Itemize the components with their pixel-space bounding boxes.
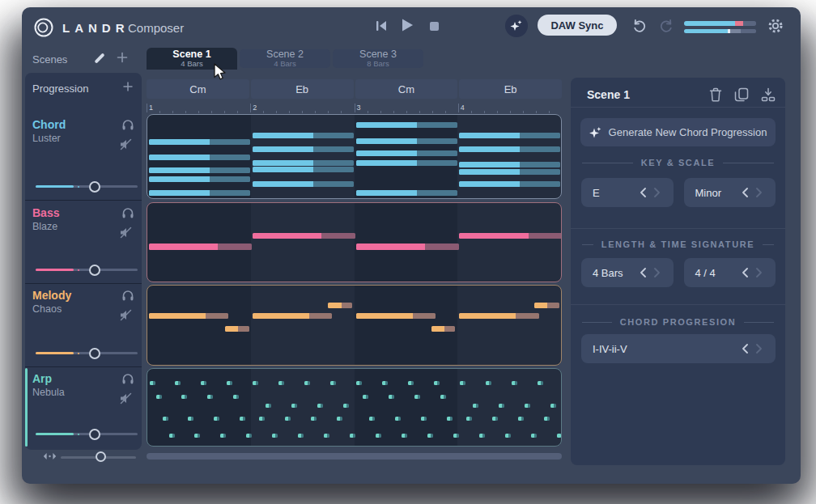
note[interactable] <box>382 381 388 385</box>
note[interactable] <box>253 381 258 385</box>
note[interactable] <box>201 381 206 385</box>
note[interactable] <box>499 404 504 408</box>
note[interactable] <box>479 434 485 438</box>
note[interactable] <box>376 434 381 438</box>
note[interactable] <box>459 169 560 175</box>
chevron-left-icon[interactable] <box>636 265 650 281</box>
mute-speaker-icon[interactable] <box>119 226 133 239</box>
track-header-bass[interactable]: Bass Blaze <box>25 202 142 282</box>
note[interactable] <box>253 233 355 239</box>
note[interactable] <box>459 313 539 319</box>
note[interactable] <box>240 417 245 421</box>
note[interactable] <box>363 395 368 399</box>
note[interactable] <box>266 404 271 408</box>
volume-knob[interactable] <box>89 265 100 276</box>
note[interactable] <box>486 381 491 385</box>
note[interactable] <box>194 434 200 438</box>
note[interactable] <box>285 417 291 421</box>
note[interactable] <box>550 404 556 408</box>
note[interactable] <box>350 434 355 438</box>
note[interactable] <box>220 434 226 438</box>
export-scene-icon[interactable] <box>761 87 776 102</box>
note[interactable] <box>330 381 336 385</box>
note[interactable] <box>447 417 453 421</box>
generate-chord-progression-button[interactable]: Generate New Chord Progression <box>580 118 776 146</box>
note[interactable] <box>253 181 354 187</box>
mute-speaker-icon[interactable] <box>119 308 133 322</box>
chord-cell[interactable]: Cm <box>147 79 249 99</box>
note[interactable] <box>440 395 446 399</box>
duplicate-scene-icon[interactable] <box>734 87 749 102</box>
note[interactable] <box>233 395 239 399</box>
add-progression-icon[interactable] <box>122 81 134 92</box>
lane-bass[interactable] <box>147 202 562 282</box>
selector-4-bars[interactable]: 4 Bars <box>581 258 674 287</box>
note[interactable] <box>149 244 252 250</box>
note[interactable] <box>225 326 249 332</box>
headphones-icon[interactable] <box>121 372 134 385</box>
note[interactable] <box>459 181 560 187</box>
chevron-left-icon[interactable] <box>738 265 752 281</box>
volume-slider[interactable] <box>36 352 138 354</box>
track-header-chord[interactable]: Chord Luster <box>25 114 142 199</box>
note[interactable] <box>278 381 284 385</box>
note[interactable] <box>304 381 310 385</box>
note[interactable] <box>337 417 342 421</box>
note[interactable] <box>427 434 433 438</box>
note[interactable] <box>453 434 459 438</box>
selector-minor[interactable]: Minor <box>684 178 776 207</box>
scene-tab-2[interactable]: Scene 2 4 Bars <box>240 49 330 68</box>
note[interactable] <box>460 381 465 385</box>
chevron-right-icon[interactable] <box>650 265 664 281</box>
scene-random-icon[interactable] <box>94 53 105 64</box>
note[interactable] <box>156 395 162 399</box>
skip-back-button[interactable] <box>376 20 387 32</box>
selector-i-iv-ii-v[interactable]: I-IV-ii-V <box>581 334 776 363</box>
note[interactable] <box>207 395 213 399</box>
horizontal-zoom-knob[interactable] <box>96 451 106 462</box>
note[interactable] <box>459 133 560 138</box>
note[interactable] <box>356 138 457 144</box>
note[interactable] <box>246 434 252 438</box>
note[interactable] <box>389 395 394 399</box>
note[interactable] <box>188 417 193 421</box>
note[interactable] <box>534 303 559 308</box>
chord-cell[interactable]: Eb <box>251 79 354 99</box>
note[interactable] <box>531 434 537 438</box>
note[interactable] <box>227 381 232 385</box>
note[interactable] <box>181 395 187 399</box>
note[interactable] <box>253 133 354 138</box>
play-button[interactable] <box>400 18 414 32</box>
note[interactable] <box>395 417 401 421</box>
note[interactable] <box>525 404 530 408</box>
stop-button[interactable] <box>429 21 440 32</box>
note[interactable] <box>343 404 349 408</box>
chord-cell[interactable]: Eb <box>459 79 562 99</box>
volume-knob[interactable] <box>89 429 100 440</box>
lane-melody[interactable] <box>147 285 562 366</box>
note[interactable] <box>259 417 265 421</box>
note[interactable] <box>253 313 333 319</box>
note[interactable] <box>492 417 498 421</box>
volume-slider[interactable] <box>36 185 138 188</box>
note[interactable] <box>356 381 362 385</box>
daw-sync-button[interactable]: DAW Sync <box>538 15 617 36</box>
lane-arp[interactable] <box>147 368 562 447</box>
note[interactable] <box>214 417 219 421</box>
note[interactable] <box>150 381 155 385</box>
ai-sparkle-button[interactable] <box>505 15 528 37</box>
note[interactable] <box>149 139 250 145</box>
note[interactable] <box>175 381 181 385</box>
note[interactable] <box>512 381 517 385</box>
timeline-scrollbar[interactable] <box>147 453 562 460</box>
note[interactable] <box>518 417 524 421</box>
chevron-left-icon[interactable] <box>636 184 650 201</box>
note[interactable] <box>369 417 375 421</box>
headphones-icon[interactable] <box>121 206 134 219</box>
lane-chord[interactable] <box>147 114 562 199</box>
note[interactable] <box>538 381 543 385</box>
chord-cell[interactable]: Cm <box>355 79 458 99</box>
redo-button[interactable] <box>660 19 674 32</box>
note[interactable] <box>253 160 354 166</box>
note[interactable] <box>466 417 472 421</box>
